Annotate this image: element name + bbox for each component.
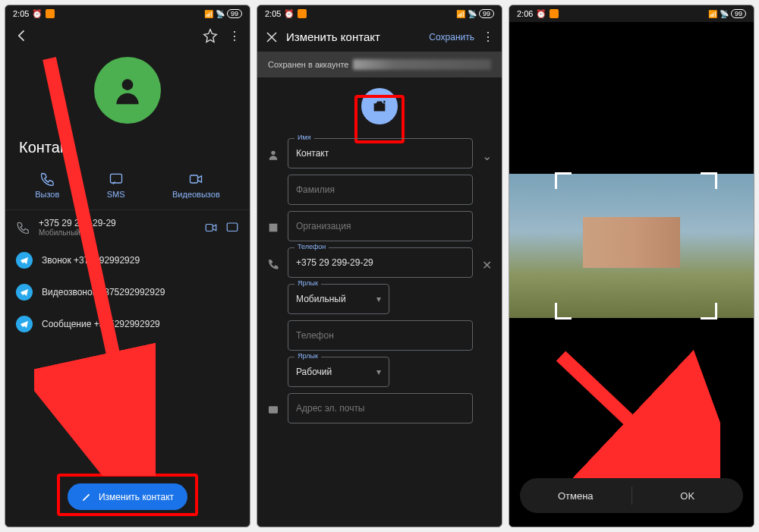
screen-contact-view: 2:05 ⏰ 📶 📡 99 ⋮ Контакт Вызов SMS [5, 5, 250, 527]
wifi-icon: 📡 [468, 10, 477, 18]
alarm-icon: ⏰ [536, 9, 546, 19]
sms-icon [109, 172, 124, 187]
person-icon [267, 149, 279, 161]
video-button[interactable]: Видеовызов [172, 172, 220, 199]
tag-label: Ярлык [294, 279, 321, 287]
crop-footer: Отмена OK [520, 478, 743, 513]
battery-level: 99 [731, 9, 746, 18]
name-field[interactable]: Имя Контакт [288, 138, 473, 168]
tag2-value: Рабочий [296, 367, 332, 377]
call-icon [39, 172, 55, 187]
status-time: 2:05 [265, 9, 281, 18]
telegram-msg-label: Сообщение +375292992929 [42, 319, 160, 329]
status-bar: 2:05 ⏰ 📶 📡 99 [257, 5, 502, 22]
surname-placeholder: Фамилия [296, 184, 335, 195]
signal-icon: 📶 [204, 10, 213, 18]
avatar[interactable] [94, 57, 161, 124]
alarm-icon: ⏰ [32, 9, 43, 19]
phone-row[interactable]: +375 29 299-29-29 Мобильный [5, 209, 250, 244]
action-row: Вызов SMS Видеовызов [5, 167, 250, 209]
edit-header: Изменить контакт Сохранить ⋮ [257, 22, 502, 52]
svg-rect-8 [269, 224, 278, 232]
call-label: Вызов [35, 190, 59, 199]
telegram-icon [16, 284, 33, 301]
photo-preview [509, 174, 754, 318]
phone-icon [267, 258, 279, 270]
status-time: 2:06 [517, 9, 533, 18]
app-indicator-icon [550, 9, 559, 18]
edit-label: Изменить контакт [99, 492, 174, 502]
org-field[interactable]: Организация [288, 211, 473, 241]
more-icon[interactable]: ⋮ [228, 29, 241, 43]
cancel-button[interactable]: Отмена [520, 481, 631, 511]
star-icon[interactable] [203, 28, 218, 43]
sms-label: SMS [107, 190, 125, 199]
top-bar: ⋮ [5, 22, 250, 49]
screen-edit-contact: 2:05 ⏰ 📶 📡 99 Изменить контакт Сохранить… [257, 5, 502, 527]
more-icon[interactable]: ⋮ [482, 30, 494, 44]
telegram-msg-row[interactable]: Сообщение +375292992929 [5, 308, 250, 340]
call-button[interactable]: Вызов [35, 172, 59, 199]
ok-button[interactable]: OK [632, 481, 744, 511]
phone-tag-dropdown[interactable]: Ярлык Мобильный [288, 284, 389, 314]
surname-field[interactable]: Фамилия [288, 175, 473, 205]
edit-form: Имя Контакт Фамилия ⌄ Организация [257, 132, 502, 430]
phone-number: +375 29 299-29-29 [39, 218, 195, 228]
name-value: Контакт [296, 148, 329, 159]
battery-level: 99 [227, 9, 242, 18]
org-icon [267, 222, 279, 234]
svg-line-10 [561, 356, 698, 485]
email-placeholder: Адрес эл. почты [296, 403, 365, 414]
screen-photo-crop: 2:06 ⏰ 📶 📡 99 Отмена OK [509, 5, 754, 527]
telegram-call-label: Звонок +375292992929 [42, 255, 140, 266]
chevron-down-icon[interactable]: ⌄ [479, 138, 494, 163]
camera-icon [371, 98, 388, 115]
alarm-icon: ⏰ [284, 9, 294, 19]
email-icon [267, 404, 279, 416]
org-placeholder: Организация [296, 221, 351, 231]
telegram-call-row[interactable]: Звонок +375292992929 [5, 244, 250, 276]
add-photo-button[interactable] [361, 88, 398, 124]
email-field[interactable]: Адрес эл. почты [288, 393, 473, 423]
wifi-icon: 📡 [720, 10, 729, 18]
signal-icon: 📶 [708, 10, 717, 18]
name-label: Имя [294, 134, 314, 141]
status-bar: 2:06 ⏰ 📶 📡 99 [509, 5, 754, 22]
sms-button[interactable]: SMS [107, 172, 125, 199]
sms-icon[interactable] [225, 221, 239, 235]
svg-rect-1 [110, 174, 121, 183]
phone-icon [16, 221, 30, 235]
edit-contact-button[interactable]: Изменить контакт [68, 483, 187, 510]
phone2-field[interactable]: Телефон [288, 320, 473, 351]
svg-rect-2 [191, 175, 198, 183]
tag-value: Мобильный [296, 294, 346, 304]
crop-body[interactable]: Отмена OK [509, 22, 754, 527]
app-indicator-icon [298, 9, 307, 18]
app-indicator-icon [46, 9, 55, 18]
svg-point-7 [271, 151, 275, 155]
phone2-placeholder: Телефон [296, 330, 334, 341]
saved-in-banner: Сохранен в аккаунте [257, 52, 502, 77]
contact-name: Контакт [5, 139, 250, 167]
saved-in-label: Сохранен в аккаунте [268, 60, 348, 69]
svg-rect-4 [227, 223, 238, 231]
phone-field[interactable]: Телефон +375 29 299-29-29 [288, 247, 473, 278]
edit-title: Изменить контакт [286, 30, 421, 43]
phone2-tag-dropdown[interactable]: Ярлык Рабочий [288, 357, 389, 387]
person-icon [111, 74, 144, 107]
back-icon[interactable] [14, 28, 30, 43]
telegram-video-row[interactable]: Видеозвонок +375292992929 [5, 276, 250, 308]
svg-rect-3 [206, 224, 213, 231]
battery-level: 99 [479, 9, 494, 18]
signal-icon: 📶 [456, 10, 465, 18]
save-button[interactable]: Сохранить [429, 32, 474, 42]
video-label: Видеовызов [172, 190, 220, 199]
telegram-icon [16, 252, 33, 269]
phone-value: +375 29 299-29-29 [296, 257, 373, 268]
close-icon[interactable] [265, 30, 279, 44]
tag2-label: Ярлык [294, 352, 321, 360]
video-icon[interactable] [204, 221, 218, 235]
clear-icon[interactable]: ✕ [479, 247, 494, 272]
telegram-video-label: Видеозвонок +375292992929 [42, 287, 165, 297]
telegram-icon [16, 316, 33, 332]
